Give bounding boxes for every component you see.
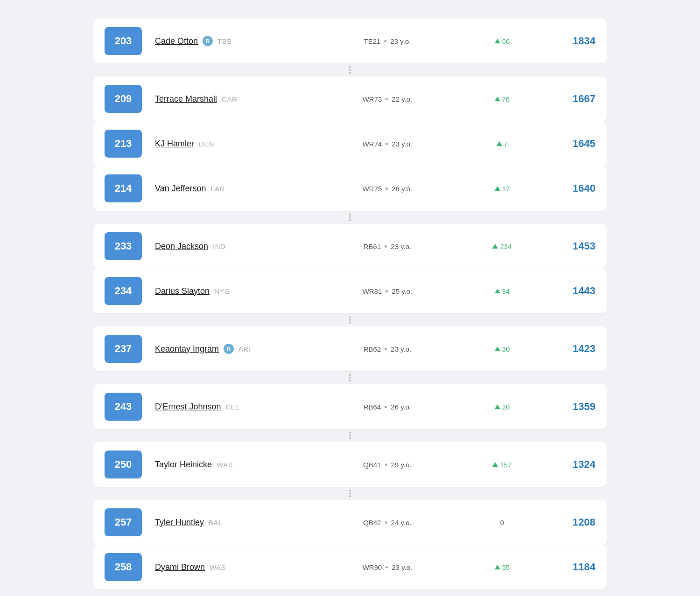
gap-dot [349, 380, 351, 381]
trend-arrow-icon [492, 244, 498, 249]
trend-indicator: 234 [465, 243, 539, 250]
trend-value: 20 [502, 403, 510, 411]
trend-indicator: 0 [465, 519, 539, 527]
team-abbreviation: ARI [238, 345, 251, 353]
team-abbreviation: LAR [210, 185, 225, 193]
player-info: Tyler HuntleyBAL [155, 518, 310, 527]
rank-badge: 257 [105, 508, 142, 536]
table-row: 257Tyler HuntleyBALQB4224 y.o.01208 [93, 500, 607, 545]
trend-value: 76 [502, 95, 510, 103]
gap-dot [349, 72, 351, 74]
position-info: RB6123 y.o. [310, 243, 465, 250]
dot-separator [385, 348, 387, 350]
trend-value: 234 [500, 243, 511, 250]
player-score: 1208 [539, 516, 595, 528]
rank-badge: 250 [105, 450, 142, 478]
trend-arrow-icon [495, 404, 500, 409]
gap-dot [349, 216, 351, 218]
table-row: 213KJ HamlerDENWR7423 y.o.71645 [93, 121, 607, 166]
position-label: RB61 [364, 243, 381, 250]
team-abbreviation: TBB [217, 37, 232, 45]
rookie-badge: R [203, 36, 213, 46]
player-score: 1834 [539, 35, 595, 47]
player-info: Taylor HeinickeWAS [155, 460, 310, 470]
trend-arrow-icon [492, 462, 498, 467]
position-label: RB62 [364, 345, 381, 353]
gap-dots [349, 429, 351, 442]
position-info: WR8125 y.o. [310, 287, 465, 295]
trend-value: 0 [500, 519, 504, 527]
trend-value: 66 [502, 37, 510, 45]
dot-separator [385, 521, 387, 524]
table-row: 209Terrace MarshallCARWR7322 y.o.761667 [93, 76, 607, 121]
gap-dot [349, 374, 351, 376]
player-age: 29 y.o. [391, 461, 412, 469]
player-name[interactable]: KJ Hamler [155, 139, 194, 149]
position-label: QB41 [363, 461, 381, 469]
player-name[interactable]: Dyami Brown [155, 562, 205, 572]
gap-dots [349, 211, 351, 224]
player-name[interactable]: D'Ernest Johnson [155, 402, 221, 412]
player-name[interactable]: Darius Slayton [155, 286, 210, 296]
gap-dots [349, 313, 351, 326]
player-score: 1453 [539, 240, 595, 252]
player-row-wrapper: 214Van JeffersonLARWR7526 y.o.171640 [93, 166, 607, 224]
player-name[interactable]: Terrace Marshall [155, 94, 217, 104]
table-row: 237Keaontay IngramRARIRB6223 y.o.301423 [93, 326, 607, 371]
trend-value: 55 [502, 563, 510, 571]
trend-indicator: 66 [465, 37, 539, 45]
position-info: WR7423 y.o. [310, 140, 465, 148]
position-info: WR7322 y.o. [310, 95, 465, 103]
table-row: 203Cade OttonRTBBTE2123 y.o.661834 [93, 19, 607, 63]
gap-dot [349, 316, 351, 318]
table-row: 214Van JeffersonLARWR7526 y.o.171640 [93, 166, 607, 211]
position-label: WR75 [363, 185, 382, 193]
gap-dot [349, 377, 351, 379]
gap-dot [349, 490, 351, 492]
position-label: WR81 [363, 287, 382, 295]
player-name[interactable]: Cade Otton [155, 36, 198, 46]
position-info: RB6426 y.o. [310, 403, 465, 411]
player-row-wrapper: 243D'Ernest JohnsonCLERB6426 y.o.201359 [93, 384, 607, 442]
dot-separator [385, 566, 388, 568]
player-row-wrapper: 213KJ HamlerDENWR7423 y.o.71645 [93, 121, 607, 166]
player-name[interactable]: Van Jefferson [155, 184, 206, 194]
player-list: 203Cade OttonRTBBTE2123 y.o.661834209Ter… [93, 19, 607, 589]
player-score: 1645 [539, 138, 595, 150]
player-row-wrapper: 233Deon JacksonINDRB6123 y.o.2341453 [93, 224, 607, 269]
player-age: 22 y.o. [392, 95, 412, 103]
player-name[interactable]: Keaontay Ingram [155, 344, 219, 354]
table-row: 234Darius SlaytonNYGWR8125 y.o.941443 [93, 269, 607, 313]
gap-dot [349, 432, 351, 434]
player-name[interactable]: Taylor Heinicke [155, 460, 212, 470]
player-age: 24 y.o. [391, 519, 412, 527]
gap-dots [349, 371, 351, 384]
trend-value: 94 [502, 287, 510, 295]
gap-dot [349, 435, 351, 437]
trend-value: 7 [504, 140, 508, 148]
gap-dot [349, 219, 351, 221]
player-info: D'Ernest JohnsonCLE [155, 402, 310, 412]
player-row-wrapper: 257Tyler HuntleyBALQB4224 y.o.01208 [93, 500, 607, 545]
trend-indicator: 17 [465, 185, 539, 193]
position-info: QB4129 y.o. [310, 461, 465, 469]
trend-arrow-icon [495, 347, 500, 351]
player-age: 23 y.o. [392, 140, 412, 148]
rookie-badge: R [224, 344, 234, 354]
table-row: 250Taylor HeinickeWASQB4129 y.o.1571324 [93, 442, 607, 487]
player-row-wrapper: 234Darius SlaytonNYGWR8125 y.o.941443 [93, 269, 607, 326]
player-name[interactable]: Tyler Huntley [155, 518, 204, 527]
rank-badge: 203 [105, 27, 142, 55]
player-age: 25 y.o. [392, 287, 412, 295]
rank-badge: 233 [105, 232, 142, 260]
dot-separator [385, 290, 388, 292]
rank-badge: 243 [105, 393, 142, 421]
team-abbreviation: BAL [209, 519, 223, 527]
dot-separator [384, 40, 386, 42]
dot-separator [385, 98, 388, 100]
position-label: QB42 [363, 519, 381, 527]
player-info: Keaontay IngramRARI [155, 344, 310, 354]
player-score: 1443 [539, 285, 595, 297]
rank-badge: 258 [105, 553, 142, 581]
player-name[interactable]: Deon Jackson [155, 242, 208, 251]
